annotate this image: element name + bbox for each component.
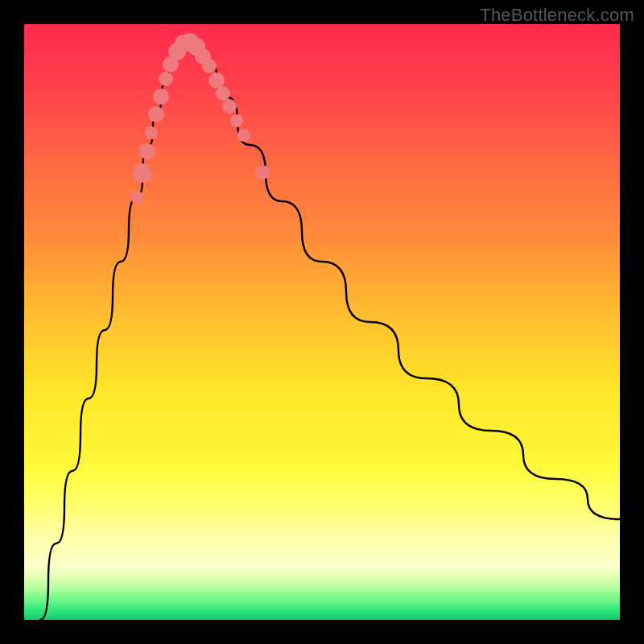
chart-frame: TheBottleneck.com [0, 0, 644, 644]
watermark-text: TheBottleneck.com [480, 5, 634, 26]
highlight-point [159, 72, 173, 86]
highlight-point [255, 165, 270, 180]
highlight-point [230, 114, 243, 127]
highlight-point [153, 89, 169, 105]
highlight-point [130, 191, 143, 204]
highlight-point [133, 163, 152, 183]
highlight-point [216, 86, 230, 101]
highlight-markers [130, 33, 270, 204]
highlight-point [145, 126, 158, 139]
highlight-point [237, 129, 250, 142]
highlight-point [148, 106, 164, 122]
bottleneck-curve [40, 42, 620, 620]
plot-area [24, 24, 620, 620]
highlight-point [139, 143, 155, 159]
highlight-point [208, 72, 225, 89]
highlight-point [202, 59, 217, 73]
highlight-point [222, 99, 237, 114]
curve-layer [24, 24, 620, 620]
